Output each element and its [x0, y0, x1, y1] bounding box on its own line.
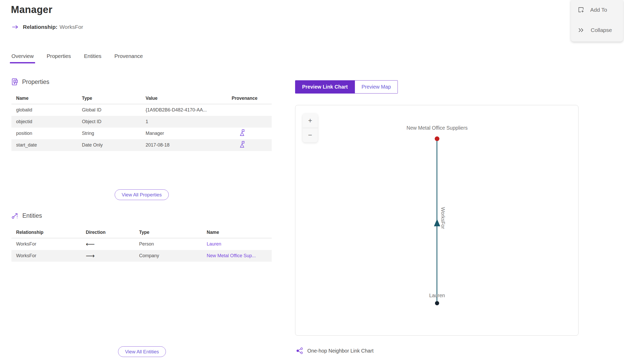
- col-name: Name: [11, 96, 77, 101]
- add-to-icon: [578, 6, 584, 13]
- prop-type: String: [77, 131, 141, 136]
- prop-value: 1: [141, 119, 227, 124]
- prop-type: Date Only: [77, 142, 141, 148]
- col-type: Type: [77, 96, 141, 101]
- col-direction: Direction: [81, 230, 134, 235]
- page-title: Manager: [11, 4, 53, 15]
- detail-tabs: Overview Properties Entities Provenance: [11, 53, 143, 63]
- zoom-in-button[interactable]: +: [303, 114, 318, 128]
- tab-properties[interactable]: Properties: [47, 53, 71, 63]
- properties-section-title: Properties: [22, 78, 49, 85]
- direction-arrow: ⟵: [81, 241, 134, 248]
- zoom-out-button[interactable]: −: [303, 128, 318, 142]
- preview-map-button[interactable]: Preview Map: [355, 81, 398, 93]
- entities-table-header: Relationship Direction Type Name: [11, 227, 272, 238]
- chart-caption-label: One-hop Neighbor Link Chart: [307, 348, 374, 354]
- relationship-label: Relationship:: [23, 24, 57, 30]
- provenance-flag-icon[interactable]: [232, 141, 245, 148]
- col-name: Name: [202, 230, 272, 235]
- node-company[interactable]: [435, 136, 439, 141]
- relationship-value: WorksFor: [60, 24, 83, 30]
- relationship-arrow-icon: [12, 25, 19, 29]
- prop-value: Manager: [141, 131, 227, 136]
- one-hop-link-chart-icon: [296, 347, 304, 354]
- tab-provenance[interactable]: Provenance: [114, 53, 143, 63]
- edge-arrowhead-icon: [434, 219, 440, 226]
- prop-provenance: [227, 129, 272, 138]
- entity-link[interactable]: New Metal Office Sup...: [207, 253, 256, 258]
- view-all-properties-button[interactable]: View All Properties: [115, 189, 169, 200]
- prop-type: Object ID: [77, 119, 141, 124]
- prop-provenance: [227, 141, 272, 149]
- prop-value: {1A9DB2B6-D482-4170-AA...: [141, 107, 227, 113]
- node-person[interactable]: [435, 301, 439, 305]
- prop-type: Global ID: [77, 107, 141, 113]
- table-row: globalid Global ID {1A9DB2B6-D482-4170-A…: [11, 104, 272, 116]
- col-type: Type: [134, 230, 202, 235]
- prop-name: start_date: [11, 142, 77, 148]
- ent-relationship: WorksFor: [11, 253, 81, 259]
- relationship-subtitle: Relationship: WorksFor: [12, 24, 83, 30]
- node-label-bottom: Lauren: [411, 293, 463, 299]
- collapse-button[interactable]: Collapse: [571, 23, 623, 37]
- tab-entities[interactable]: Entities: [84, 53, 101, 63]
- entity-detail-page: Manager Relationship: WorksFor Add To Co…: [0, 0, 624, 364]
- prop-name: position: [11, 131, 77, 136]
- entities-section-title: Entities: [22, 212, 42, 219]
- ent-type: Company: [134, 253, 202, 259]
- ent-type: Person: [134, 241, 202, 247]
- table-row: position String Manager: [11, 128, 272, 139]
- link-chart-panel[interactable]: + − New Metal Office Suppliers WorksFor …: [295, 105, 578, 336]
- add-to-button[interactable]: Add To: [571, 3, 623, 17]
- double-chevron-right-icon: [578, 27, 585, 33]
- chart-caption: One-hop Neighbor Link Chart: [296, 347, 374, 354]
- entities-table: Relationship Direction Type Name WorksFo…: [11, 227, 272, 262]
- preview-link-chart-button[interactable]: Preview Link Chart: [295, 81, 355, 93]
- col-value: Value: [141, 96, 227, 101]
- view-all-entities-button[interactable]: View All Entities: [118, 346, 166, 357]
- properties-table: Name Type Value Provenance globalid Glob…: [11, 92, 272, 151]
- table-row: objectid Object ID 1: [11, 116, 272, 128]
- prop-name: globalid: [11, 107, 77, 113]
- table-row: WorksFor ⟵ Person Lauren: [11, 238, 272, 250]
- col-relationship: Relationship: [11, 230, 81, 235]
- prop-name: objectid: [11, 119, 77, 124]
- ent-relationship: WorksFor: [11, 241, 81, 247]
- collapse-label: Collapse: [591, 27, 612, 33]
- zoom-controls: + −: [303, 114, 318, 142]
- node-label-top: New Metal Office Suppliers: [393, 125, 481, 131]
- table-row: start_date Date Only 2017-08-18: [11, 139, 272, 151]
- add-to-label: Add To: [590, 7, 607, 13]
- col-provenance: Provenance: [227, 96, 272, 101]
- entities-section-header: Entities: [11, 212, 42, 219]
- properties-section-header: Properties: [11, 78, 49, 86]
- entity-link[interactable]: Lauren: [207, 241, 221, 247]
- properties-icon: [11, 78, 18, 86]
- tab-overview[interactable]: Overview: [11, 53, 34, 63]
- provenance-flag-icon[interactable]: [232, 129, 245, 136]
- table-row: WorksFor ⟶ Company New Metal Office Sup.…: [11, 250, 272, 262]
- direction-arrow: ⟶: [81, 252, 134, 260]
- preview-toggle: Preview Link Chart Preview Map: [295, 80, 398, 94]
- edge-label: WorksFor: [440, 207, 446, 229]
- entities-icon: [11, 212, 19, 219]
- properties-table-header: Name Type Value Provenance: [11, 92, 272, 104]
- prop-value: 2017-08-18: [141, 142, 227, 148]
- floating-actions-panel: Add To Collapse: [571, 0, 623, 42]
